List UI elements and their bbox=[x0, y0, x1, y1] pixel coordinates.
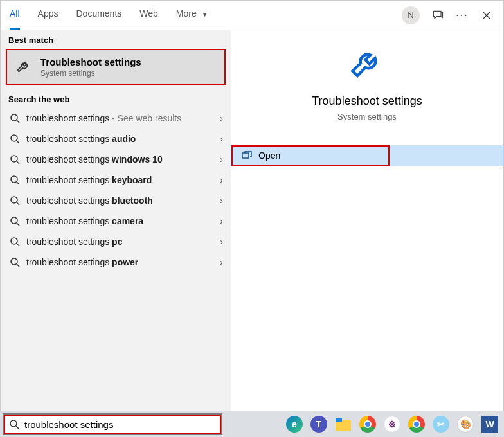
tab-apps[interactable]: Apps bbox=[29, 1, 68, 30]
svg-rect-21 bbox=[336, 420, 351, 431]
web-result[interactable]: troubleshoot settings windows 10› bbox=[1, 149, 231, 170]
best-match-label: Best match bbox=[1, 30, 231, 49]
taskbar-app-slack[interactable]: ※ bbox=[382, 414, 402, 434]
preview-subtitle: System settings bbox=[338, 112, 397, 121]
best-match-result[interactable]: Troubleshoot settings System settings bbox=[6, 49, 226, 85]
chevron-right-icon: › bbox=[220, 175, 223, 185]
search-web-label: Search the web bbox=[1, 89, 231, 108]
search-icon bbox=[10, 257, 20, 267]
web-result-text: troubleshoot settings power bbox=[26, 257, 220, 267]
search-input[interactable] bbox=[24, 419, 216, 430]
chevron-right-icon: › bbox=[220, 257, 223, 267]
web-result[interactable]: troubleshoot settings camera› bbox=[1, 211, 231, 231]
svg-line-3 bbox=[17, 120, 19, 123]
svg-line-11 bbox=[17, 202, 19, 205]
web-result-text: troubleshoot settings keyboard bbox=[26, 175, 220, 185]
taskbar-app-word[interactable]: W bbox=[480, 414, 500, 434]
search-icon bbox=[10, 134, 20, 144]
svg-point-4 bbox=[11, 135, 17, 141]
svg-rect-18 bbox=[242, 153, 249, 158]
chevron-right-icon: › bbox=[220, 236, 223, 247]
web-result[interactable]: troubleshoot settings keyboard› bbox=[1, 170, 231, 190]
web-result[interactable]: troubleshoot settings bluetooth› bbox=[1, 190, 231, 211]
svg-line-9 bbox=[17, 182, 19, 184]
web-result-text: troubleshoot settings camera bbox=[26, 216, 220, 226]
web-result[interactable]: troubleshoot settings audio› bbox=[1, 129, 231, 149]
search-icon bbox=[10, 195, 20, 206]
taskbar-app-teams[interactable]: T bbox=[309, 414, 329, 434]
svg-point-10 bbox=[11, 197, 17, 203]
taskbar-apps: e T ※ ✂ 🎨 W bbox=[284, 414, 504, 434]
web-result[interactable]: troubleshoot settings pc› bbox=[1, 231, 231, 252]
web-result-text: troubleshoot settings windows 10 bbox=[26, 154, 220, 165]
tab-more-label: More bbox=[176, 8, 197, 19]
chevron-right-icon: › bbox=[220, 195, 223, 206]
chevron-down-icon: ▼ bbox=[202, 11, 208, 18]
taskbar: e T ※ ✂ 🎨 W bbox=[0, 411, 504, 437]
chevron-right-icon: › bbox=[220, 113, 223, 123]
taskbar-app-edge[interactable]: e bbox=[284, 414, 305, 434]
action-bar: Open bbox=[231, 145, 503, 166]
taskbar-app-explorer[interactable] bbox=[333, 414, 354, 434]
search-icon bbox=[10, 216, 20, 226]
search-icon bbox=[9, 419, 19, 429]
filter-tabs: All Apps Documents Web More ▼ bbox=[1, 1, 217, 30]
header-actions: N ··· bbox=[402, 6, 498, 24]
body: Best match Troubleshoot settings System … bbox=[1, 30, 503, 412]
preview-header: Troubleshoot settings System settings bbox=[231, 30, 503, 133]
open-icon bbox=[242, 150, 252, 161]
tab-web[interactable]: Web bbox=[130, 1, 167, 30]
user-avatar[interactable]: N bbox=[402, 6, 420, 24]
chevron-right-icon: › bbox=[220, 154, 223, 165]
search-icon bbox=[10, 154, 20, 165]
svg-line-7 bbox=[17, 161, 19, 164]
search-box[interactable] bbox=[3, 413, 222, 435]
taskbar-app-snip[interactable]: ✂ bbox=[431, 414, 451, 434]
tab-all[interactable]: All bbox=[1, 1, 29, 30]
best-match-subtitle: System settings bbox=[40, 69, 141, 78]
svg-line-17 bbox=[17, 264, 19, 267]
web-result-text: troubleshoot settings audio bbox=[26, 134, 220, 144]
preview-panel: Troubleshoot settings System settings Op… bbox=[231, 30, 503, 412]
web-result-text: troubleshoot settings pc bbox=[26, 236, 220, 247]
taskbar-app-chrome2[interactable] bbox=[406, 414, 427, 434]
close-button[interactable] bbox=[480, 9, 493, 22]
svg-line-5 bbox=[17, 141, 19, 143]
chevron-right-icon: › bbox=[220, 134, 223, 144]
search-icon bbox=[10, 113, 20, 123]
tab-documents[interactable]: Documents bbox=[67, 1, 130, 30]
search-window: All Apps Documents Web More ▼ N ··· Best… bbox=[0, 0, 504, 413]
tab-more[interactable]: More ▼ bbox=[167, 1, 217, 30]
web-result[interactable]: troubleshoot settings power› bbox=[1, 252, 231, 272]
search-icon bbox=[10, 236, 20, 247]
taskbar-app-paint[interactable]: 🎨 bbox=[455, 414, 476, 434]
svg-point-8 bbox=[11, 176, 17, 183]
wrench-icon bbox=[348, 47, 386, 85]
svg-point-19 bbox=[10, 420, 17, 427]
taskbar-app-chrome[interactable] bbox=[357, 414, 378, 434]
svg-line-20 bbox=[16, 426, 19, 429]
svg-point-16 bbox=[11, 258, 17, 265]
web-result-text: troubleshoot settings - See web results bbox=[26, 113, 220, 123]
more-options-icon[interactable]: ··· bbox=[456, 9, 469, 22]
svg-point-14 bbox=[11, 238, 17, 244]
chevron-right-icon: › bbox=[220, 216, 223, 226]
svg-line-13 bbox=[17, 223, 19, 226]
results-panel: Best match Troubleshoot settings System … bbox=[1, 30, 231, 412]
svg-rect-22 bbox=[336, 418, 342, 422]
header: All Apps Documents Web More ▼ N ··· bbox=[1, 1, 503, 30]
feedback-icon[interactable] bbox=[431, 9, 444, 22]
svg-point-12 bbox=[11, 217, 17, 224]
svg-point-6 bbox=[11, 156, 17, 162]
wrench-icon bbox=[15, 58, 33, 76]
web-result-text: troubleshoot settings bluetooth bbox=[26, 195, 220, 206]
open-action[interactable]: Open bbox=[231, 145, 503, 166]
svg-point-2 bbox=[11, 114, 17, 121]
svg-line-15 bbox=[17, 244, 19, 246]
preview-title: Troubleshoot settings bbox=[312, 94, 422, 108]
open-label: Open bbox=[258, 150, 280, 161]
best-match-title: Troubleshoot settings bbox=[40, 57, 141, 67]
web-result[interactable]: troubleshoot settings - See web results› bbox=[1, 108, 231, 129]
search-icon bbox=[10, 175, 20, 185]
